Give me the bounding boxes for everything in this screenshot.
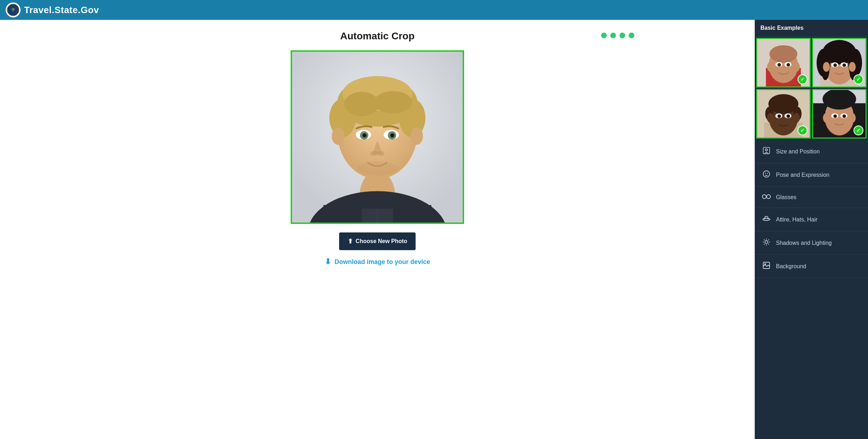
svg-point-58 (793, 113, 800, 123)
svg-point-25 (377, 151, 384, 156)
page-title: Automatic Crop (340, 30, 415, 42)
svg-point-49 (833, 63, 837, 67)
svg-point-36 (787, 63, 790, 67)
svg-line-92 (768, 244, 769, 244)
sidebar-item-shadows[interactable]: Shadows and Lighting (755, 231, 868, 255)
download-link[interactable]: ⬇ Download image to your device (325, 257, 430, 266)
progress-dot-4 (629, 33, 634, 38)
seal-icon: ⚜ (7, 4, 19, 16)
svg-text:⚜: ⚜ (11, 7, 16, 13)
svg-point-32 (793, 62, 800, 72)
svg-point-22 (362, 133, 367, 137)
svg-point-17 (410, 127, 423, 145)
example-photo-4[interactable]: ✓ (812, 89, 867, 139)
site-title: Travel.State.Gov (24, 5, 99, 16)
svg-point-45 (823, 62, 830, 72)
svg-point-69 (823, 113, 830, 123)
sidebar-item-background[interactable]: Background (755, 255, 868, 278)
person-svg (292, 52, 463, 223)
header: ⚜ Travel.State.Gov (0, 0, 868, 20)
right-sidebar: Basic Examples (755, 20, 868, 439)
svg-point-74 (843, 114, 846, 118)
svg-point-81 (767, 195, 771, 199)
svg-point-23 (390, 133, 394, 137)
svg-point-80 (763, 195, 766, 199)
svg-point-15 (374, 91, 412, 113)
svg-point-70 (849, 113, 856, 123)
sidebar-item-glasses[interactable]: Glasses (755, 187, 868, 208)
photo-frame (291, 50, 464, 224)
upload-icon: ⬆ (348, 237, 353, 245)
glasses-icon (762, 193, 771, 201)
size-icon (762, 146, 771, 157)
svg-point-24 (370, 151, 377, 156)
svg-point-85 (763, 218, 770, 220)
size-position-label: Size and Position (776, 148, 820, 155)
svg-point-61 (777, 114, 781, 118)
site-logo: ⚜ (6, 2, 21, 17)
download-label: Download image to your device (335, 258, 430, 266)
pose-expression-label: Pose and Expression (776, 172, 829, 178)
svg-point-57 (767, 113, 774, 123)
main-container: Automatic Crop (0, 20, 868, 439)
hat-icon (762, 214, 771, 225)
svg-rect-67 (815, 109, 826, 137)
svg-point-86 (765, 241, 768, 243)
photo-preview (292, 52, 463, 223)
progress-dot-1 (601, 33, 607, 38)
svg-point-30 (770, 45, 798, 63)
sidebar-section-title: Basic Examples (755, 20, 868, 36)
attire-label: Attire, Hats, Hair (776, 216, 817, 223)
svg-point-35 (777, 63, 781, 67)
choose-new-photo-button[interactable]: ⬆ Choose New Photo (339, 232, 416, 250)
progress-dot-2 (610, 33, 616, 38)
check-badge-2: ✓ (853, 74, 863, 84)
svg-point-31 (767, 62, 774, 72)
check-badge-1: ✓ (798, 74, 807, 84)
center-content: Automatic Crop (0, 20, 755, 439)
choose-btn-label: Choose New Photo (356, 238, 407, 244)
svg-point-46 (849, 62, 856, 72)
face-icon (762, 170, 771, 180)
svg-point-50 (843, 63, 846, 67)
svg-line-94 (764, 244, 765, 244)
example-photos-grid: ✓ (755, 36, 868, 140)
image-icon (762, 261, 771, 271)
download-icon: ⬇ (325, 257, 331, 266)
shadows-lighting-label: Shadows and Lighting (776, 240, 832, 246)
example-photo-2[interactable]: ✓ (812, 38, 867, 88)
svg-point-62 (787, 114, 790, 118)
sidebar-item-size-position[interactable]: Size and Position (755, 140, 868, 163)
svg-point-16 (332, 127, 344, 145)
svg-line-91 (764, 240, 765, 240)
example-photo-1[interactable]: ✓ (756, 38, 811, 88)
example-photo-3[interactable]: ✓ (756, 89, 811, 139)
svg-point-77 (763, 171, 770, 177)
progress-dots (601, 33, 634, 38)
svg-line-93 (768, 240, 769, 240)
svg-point-26 (356, 162, 398, 175)
svg-point-14 (344, 92, 379, 116)
svg-point-76 (765, 149, 767, 151)
check-badge-4: ✓ (853, 125, 863, 135)
sidebar-item-attire[interactable]: Attire, Hats, Hair (755, 208, 868, 231)
progress-dot-3 (619, 33, 625, 38)
svg-point-73 (833, 114, 837, 118)
sidebar-item-pose-expression[interactable]: Pose and Expression (755, 163, 868, 187)
glasses-label: Glasses (776, 194, 796, 201)
background-label: Background (776, 263, 806, 270)
sun-icon (762, 238, 771, 248)
check-badge-3: ✓ (798, 125, 807, 135)
